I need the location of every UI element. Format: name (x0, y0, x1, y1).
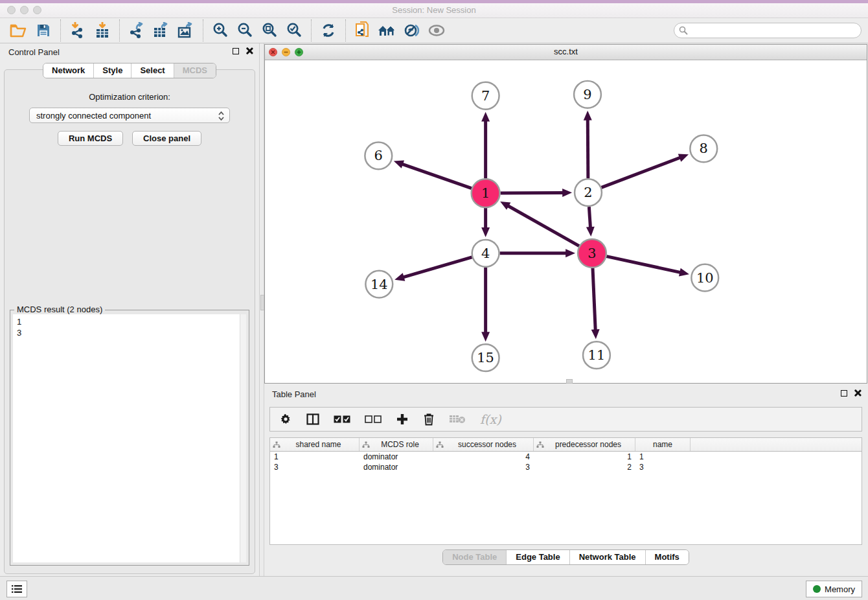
graph-node-2[interactable]: 2 (575, 179, 602, 206)
network-window-titlebar[interactable]: scc.txt (265, 45, 867, 60)
zoom-in-button[interactable] (208, 19, 233, 42)
graph-node-6[interactable]: 6 (365, 142, 392, 169)
network-minimize-button[interactable] (282, 48, 290, 56)
select-all-button[interactable] (334, 410, 350, 429)
table-cell[interactable]: 3 (433, 463, 534, 472)
graph-node-8[interactable]: 8 (690, 135, 717, 163)
table-cell[interactable]: 3 (270, 463, 360, 472)
tab-network-table[interactable]: Network Table (570, 550, 646, 564)
zoom-selected-button[interactable] (282, 19, 306, 42)
column-header-predecessor-nodes[interactable]: predecessor nodes (534, 438, 635, 451)
close-window-button[interactable] (7, 6, 16, 14)
function-builder-button[interactable]: f(x) (480, 410, 501, 429)
delete-table-button[interactable] (449, 410, 466, 429)
edge-2-3[interactable] (589, 207, 590, 229)
zoom-out-button[interactable] (233, 19, 257, 42)
memory-button[interactable]: Memory (806, 581, 862, 597)
tab-motifs[interactable]: Motifs (646, 550, 689, 564)
export-image-icon (177, 22, 195, 39)
graph-node-14[interactable]: 14 (365, 271, 393, 298)
table-row[interactable]: 3dominator323 (270, 462, 862, 472)
column-header-name[interactable]: name (635, 438, 691, 451)
criterion-dropdown[interactable]: strongly connected component (29, 108, 230, 123)
vertical-splitter[interactable] (259, 43, 264, 577)
edge-4-14[interactable] (402, 257, 472, 277)
float-panel-icon[interactable] (233, 48, 239, 54)
graph-node-11[interactable]: 11 (583, 341, 610, 369)
edge-3-1[interactable] (507, 205, 579, 246)
refresh-button[interactable] (316, 19, 341, 42)
column-header-successor-nodes[interactable]: successor nodes (433, 438, 534, 451)
graph-node-4[interactable]: 4 (472, 240, 499, 267)
edge-1-6[interactable] (401, 164, 472, 189)
minimize-window-button[interactable] (20, 6, 29, 14)
delete-column-button[interactable] (423, 410, 435, 429)
column-tree-icon (273, 441, 280, 448)
export-table-icon (152, 22, 170, 39)
graph-node-10[interactable]: 10 (691, 264, 718, 292)
mcds-result-text[interactable]: 1 3 (13, 314, 246, 562)
run-mcds-button[interactable]: Run MCDS (58, 131, 123, 146)
first-neighbors-button[interactable] (375, 19, 400, 42)
graph-node-15[interactable]: 15 (472, 344, 499, 371)
table-cell[interactable]: dominator (360, 452, 433, 461)
table-cell[interactable]: 1 (534, 452, 635, 461)
tab-node-table[interactable]: Node Table (443, 550, 507, 564)
float-table-panel-icon[interactable] (841, 390, 847, 397)
zoom-window-button[interactable] (33, 6, 41, 14)
search-input[interactable] (674, 23, 862, 38)
close-table-panel-icon[interactable] (854, 389, 861, 397)
export-image-button[interactable] (174, 19, 198, 42)
import-table-button[interactable] (90, 19, 115, 42)
table-settings-button[interactable] (279, 410, 292, 429)
horizontal-splitter-handle[interactable] (566, 379, 573, 384)
duplicate-network-button[interactable] (350, 19, 375, 42)
tab-edge-table[interactable]: Edge Table (507, 550, 569, 564)
edge-3-11[interactable] (593, 268, 595, 332)
export-network-button[interactable] (124, 19, 149, 42)
edge-2-9[interactable] (588, 119, 588, 179)
tab-select[interactable]: Select (131, 63, 174, 78)
table-cell[interactable]: 1 (270, 452, 360, 461)
table-cell[interactable]: 1 (635, 452, 691, 461)
table-cell[interactable]: dominator (360, 463, 433, 472)
result-scrollbar[interactable] (240, 314, 246, 562)
toggle-panes-button[interactable] (306, 410, 319, 429)
table-row[interactable]: 1dominator411 (270, 452, 862, 462)
table-cell[interactable]: 3 (635, 463, 691, 472)
table-cell[interactable]: 4 (433, 452, 534, 461)
import-table-icon (94, 22, 111, 39)
edge-2-8[interactable] (601, 157, 681, 188)
graph-node-9[interactable]: 9 (574, 81, 601, 108)
column-header-shared-name[interactable]: shared name (270, 438, 360, 451)
add-column-button[interactable] (396, 410, 409, 429)
column-header-MCDS-role[interactable]: MCDS role (360, 438, 433, 451)
network-window: scc.txt 7968124314101511 (264, 44, 867, 384)
graph-node-7[interactable]: 7 (472, 82, 499, 110)
tab-style[interactable]: Style (94, 63, 131, 78)
hide-graphics-details-button[interactable] (400, 19, 424, 42)
open-session-button[interactable] (6, 19, 31, 42)
graph-node-1[interactable]: 1 (472, 179, 500, 207)
table-cell[interactable]: 2 (534, 463, 635, 472)
task-history-button[interactable] (6, 581, 27, 597)
arrowhead-1-2 (562, 189, 572, 197)
tab-mcds[interactable]: MCDS (174, 63, 216, 78)
app-traffic-lights[interactable] (7, 6, 41, 14)
export-table-button[interactable] (149, 19, 174, 42)
save-session-button[interactable] (31, 19, 56, 42)
network-canvas[interactable]: 7968124314101511 (265, 60, 867, 383)
network-zoom-button[interactable] (295, 48, 303, 56)
show-graphics-details-button[interactable] (424, 19, 449, 42)
edge-3-10[interactable] (606, 257, 681, 273)
import-network-button[interactable] (65, 19, 90, 42)
close-panel-button[interactable]: Close panel (132, 131, 201, 146)
network-close-button[interactable] (269, 48, 277, 56)
tab-network[interactable]: Network (43, 63, 94, 78)
deselect-all-button[interactable] (365, 410, 382, 429)
fit-content-button[interactable] (257, 19, 282, 42)
edge-1-2[interactable] (501, 192, 565, 193)
graph-node-3[interactable]: 3 (578, 239, 606, 268)
close-panel-icon[interactable] (246, 47, 253, 54)
column-tree-icon (536, 441, 544, 448)
